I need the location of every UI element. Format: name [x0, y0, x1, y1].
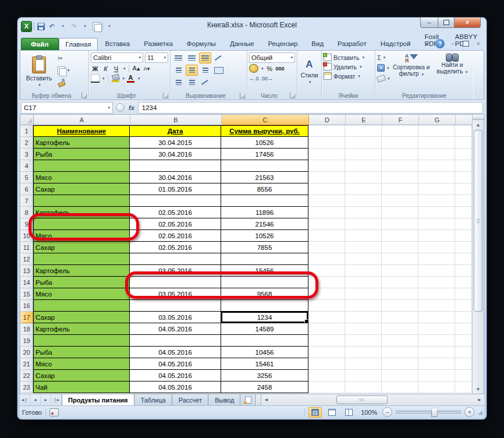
cell-G4[interactable] [418, 160, 455, 172]
insert-worksheet-button[interactable] [240, 394, 256, 405]
ribbon-tab-данные[interactable]: Данные [223, 37, 261, 50]
paste-button[interactable]: Вставить ▾ [22, 52, 56, 91]
column-header-E[interactable]: E [346, 115, 382, 125]
percent-button[interactable]: % [265, 64, 274, 73]
cell-F17[interactable] [382, 312, 418, 323]
cell-E5[interactable] [345, 172, 382, 183]
cell-C16[interactable] [221, 300, 308, 312]
cell-B1[interactable]: Дата [130, 125, 221, 137]
cell-C17[interactable]: 1234 [221, 312, 308, 323]
cell-G10[interactable] [418, 230, 455, 242]
row-header-5[interactable]: 5 [20, 172, 33, 183]
row-header-23[interactable]: 23 [20, 382, 33, 393]
cell-F12[interactable] [382, 253, 418, 265]
decrease-decimal-button[interactable]: .00→ [261, 74, 274, 83]
row-header-1[interactable]: 1 [20, 125, 33, 137]
thousands-button[interactable]: 000 [276, 64, 285, 73]
cell-D4[interactable] [308, 160, 345, 172]
cell-C23[interactable]: 2458 [221, 382, 308, 393]
row-header-21[interactable]: 21 [20, 358, 33, 370]
scroll-down-arrow[interactable]: ▼ [473, 384, 484, 394]
cell-G11[interactable] [418, 242, 455, 253]
cell-E20[interactable] [345, 347, 382, 358]
cell-D1[interactable] [308, 125, 345, 137]
minimize-button[interactable]: – [420, 17, 438, 28]
cell-E7[interactable] [345, 195, 382, 207]
scrollbar-split-handle[interactable] [473, 115, 484, 120]
cell-D10[interactable] [308, 230, 345, 242]
next-sheet-button[interactable]: ▸ [41, 394, 51, 405]
row-header-12[interactable]: 12 [20, 253, 33, 265]
zoom-out-button[interactable]: – [382, 407, 392, 417]
cell-E6[interactable] [345, 183, 382, 195]
cell-F2[interactable] [382, 137, 418, 149]
row-header-18[interactable]: 18 [20, 323, 33, 335]
cell-A18[interactable]: Картофель [33, 323, 130, 335]
cell-E2[interactable] [345, 137, 382, 149]
row-header-13[interactable]: 13 [20, 265, 33, 277]
cell-D19[interactable] [308, 335, 345, 347]
cell-C22[interactable]: 3256 [221, 370, 308, 382]
row-header-22[interactable]: 22 [20, 370, 33, 382]
column-header-G[interactable]: G [419, 115, 456, 125]
cell-B17[interactable]: 03.05.2016 [130, 312, 221, 323]
cell-C20[interactable]: 10456 [221, 347, 308, 358]
cell-A21[interactable]: Мясо [33, 358, 130, 370]
record-macro-icon[interactable] [49, 408, 59, 416]
cell-D17[interactable] [308, 312, 345, 323]
cell-F18[interactable] [382, 323, 418, 335]
cell-C2[interactable]: 10526 [221, 137, 308, 149]
cell-E4[interactable] [345, 160, 382, 172]
cell-F5[interactable] [382, 172, 418, 183]
cell-C1[interactable]: Сумма выручки, руб. [221, 125, 308, 137]
fill-button[interactable]: ▾▾ [377, 63, 390, 72]
cell-F20[interactable] [382, 347, 418, 358]
row-header-4[interactable]: 4 [20, 160, 33, 172]
cell-B8[interactable]: 02.05.2016 [130, 207, 221, 218]
orientation-button[interactable] [212, 52, 225, 63]
close-button[interactable]: × [455, 17, 481, 28]
borders-button[interactable] [91, 74, 100, 83]
row-header-15[interactable]: 15 [20, 288, 33, 300]
italic-button[interactable]: К [101, 64, 110, 73]
ribbon-tab-рецензир[interactable]: Рецензир [261, 37, 304, 50]
align-bottom-button[interactable] [199, 52, 211, 63]
format-painter-button[interactable] [56, 77, 72, 87]
maximize-button[interactable] [438, 17, 455, 28]
align-middle-button[interactable] [186, 52, 198, 63]
zoom-slider-thumb[interactable] [431, 408, 438, 417]
clipboard-dialog-launcher[interactable] [81, 93, 87, 98]
cell-B7[interactable] [130, 195, 221, 207]
cell-F21[interactable] [382, 358, 418, 370]
cell-F10[interactable] [382, 230, 418, 242]
cell-C9[interactable]: 21546 [221, 218, 308, 230]
vertical-scrollbar[interactable]: ▲ ▼ [472, 115, 484, 394]
fill-color-button[interactable] [111, 74, 120, 83]
zoom-level[interactable]: 100% [359, 409, 379, 416]
cell-C6[interactable]: 8556 [221, 183, 308, 195]
name-box[interactable]: C17▾ [21, 102, 113, 114]
cell-B9[interactable]: 02.05.2016 [130, 218, 221, 230]
ribbon-tab-формулы[interactable]: Формулы [180, 37, 223, 50]
cell-G16[interactable] [418, 300, 455, 312]
cell-B3[interactable]: 30.04.2016 [130, 149, 221, 160]
cell-A23[interactable]: Чай [33, 382, 130, 393]
cell-F4[interactable] [382, 160, 418, 172]
wrap-text-button[interactable] [199, 77, 211, 88]
cell-F13[interactable] [382, 265, 418, 277]
cell-B6[interactable]: 01.05.2016 [130, 183, 221, 195]
cell-E9[interactable] [345, 218, 382, 230]
scroll-left-arrow[interactable]: ◄ [261, 394, 271, 405]
column-header-D[interactable]: D [309, 115, 346, 125]
cell-C8[interactable]: 11896 [221, 207, 308, 218]
sheet-tab-таблица[interactable]: Таблица [134, 394, 172, 405]
cell-G12[interactable] [418, 253, 455, 265]
row-header-6[interactable]: 6 [20, 183, 33, 195]
doc-close-button[interactable]: × [474, 40, 483, 48]
cell-F1[interactable] [382, 125, 418, 137]
zoom-slider[interactable] [396, 411, 461, 414]
cell-E21[interactable] [345, 358, 382, 370]
page-layout-view-button[interactable] [325, 407, 339, 418]
cell-A19[interactable] [33, 335, 130, 347]
align-top-button[interactable] [172, 52, 184, 63]
